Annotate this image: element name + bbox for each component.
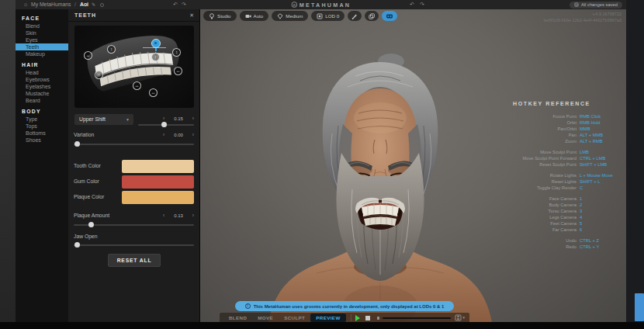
camera-auto-button[interactable]: Auto <box>240 11 269 21</box>
sidebar-item[interactable]: Type <box>16 116 68 123</box>
clay-render-button[interactable] <box>365 11 379 21</box>
hotkey-value: MMB <box>580 126 614 131</box>
hotkey-value: 4 <box>580 215 614 220</box>
play-button[interactable] <box>355 315 360 321</box>
plaque-amount-slider[interactable] <box>74 221 194 228</box>
color-swatch[interactable] <box>122 175 194 189</box>
sidebar-header-face: FACE <box>16 15 68 23</box>
reset-all-button[interactable]: RESET ALL <box>108 254 161 267</box>
hotkey-title: HOTKEY REFERENCE <box>490 101 614 106</box>
hotkey-label: Focus Point <box>490 114 580 119</box>
sidebar-item[interactable]: Blend <box>16 23 68 29</box>
sculpt-mode-dropdown[interactable]: Upper Shift ▼ <box>74 114 133 125</box>
stop-button[interactable] <box>365 316 369 320</box>
environment-button[interactable]: Studio <box>203 11 237 21</box>
plaque-amount-value: 0.13 <box>174 213 183 218</box>
hair-preview-toggle[interactable] <box>382 11 397 21</box>
slider-thumb[interactable] <box>88 222 94 227</box>
hotkey-value: CTRL + Y <box>580 244 614 249</box>
sidebar-item[interactable]: Eyebrows <box>16 76 68 83</box>
teeth-preview[interactable]: ↕ ↕ ↔ ↕ ↔ ↕ ↔ ↔ <box>74 26 194 108</box>
slider-track[interactable] <box>74 144 194 145</box>
close-icon[interactable]: ✕ <box>189 9 194 22</box>
color-row: Gum Color <box>68 175 200 189</box>
teeth-handle[interactable]: ↕ <box>107 45 116 54</box>
jaw-open-slider[interactable] <box>74 241 194 248</box>
sidebar-item[interactable]: Bottoms <box>16 130 68 137</box>
history-forward-icon[interactable]: ↷ <box>182 0 186 9</box>
history-back-icon[interactable]: ↶ <box>173 0 178 9</box>
mode-tab[interactable]: BLEND <box>223 313 252 322</box>
plaque-amount-stepper[interactable]: ‹ 0.13 › <box>163 212 194 219</box>
mode-tab[interactable]: PREVIEW <box>310 313 345 322</box>
hotkey-value: CTRL + LMB <box>580 156 614 161</box>
home-icon[interactable]: ⌂ <box>24 0 27 9</box>
active-sculpt-handle[interactable] <box>151 39 161 48</box>
increment-icon[interactable]: › <box>192 132 194 137</box>
layers-icon <box>369 13 375 19</box>
teeth-panel: TEETH ✕ <box>68 9 200 322</box>
timeline-handle[interactable] <box>377 317 379 320</box>
variation-stepper[interactable]: ‹ 0.00 › <box>163 131 194 138</box>
color-swatch[interactable] <box>122 160 194 173</box>
hotkey-row: Rotate Lights L + Mouse Move <box>490 172 614 178</box>
color-swatch[interactable] <box>122 191 194 204</box>
camera-icon <box>245 13 251 19</box>
hotkey-label: Body Camera <box>490 203 580 207</box>
mode-tab[interactable]: SCULPT <box>279 313 310 322</box>
teeth-handle[interactable]: ↔ <box>133 81 141 90</box>
animation-select-button[interactable]: ▼ <box>455 314 466 321</box>
redo-icon[interactable]: ↷ <box>420 0 424 9</box>
increment-icon[interactable]: › <box>192 213 194 218</box>
hotkey-row: Torso Camera 3 <box>490 208 614 214</box>
teeth-handle[interactable]: ↔ <box>149 88 158 97</box>
sidebar-item[interactable]: Beard <box>16 97 68 104</box>
hotkey-label: Rotate Lights <box>490 173 580 178</box>
teeth-handle[interactable]: ↔ <box>174 67 182 75</box>
hotkey-label: Torso Camera <box>490 209 580 213</box>
teeth-handle[interactable]: ↕ <box>95 71 103 79</box>
mode-tab[interactable]: MOVE <box>252 313 279 322</box>
hotkey-label: Redo <box>490 244 580 249</box>
undo-icon[interactable]: ↶ <box>410 0 414 9</box>
bottom-letterbox <box>0 322 644 329</box>
hotkey-row: Pan ALT + MMB <box>490 132 614 138</box>
decrement-icon[interactable]: ‹ <box>163 116 164 121</box>
hotkey-value: LMB <box>580 150 614 154</box>
edge-scroll-indicator <box>635 293 644 321</box>
sidebar-item[interactable]: Tops <box>16 123 68 130</box>
breadcrumb-root[interactable]: My MetaHumans <box>31 0 71 9</box>
hotkey-row: Legs Camera 4 <box>490 214 614 220</box>
teeth-handle[interactable]: ↔ <box>84 51 92 60</box>
sidebar-item[interactable]: Eyes <box>16 36 68 43</box>
decrement-icon[interactable]: ‹ <box>163 213 164 218</box>
lod-button[interactable]: LOD 0 <box>311 11 345 21</box>
hotkey-value: SHIFT + LMB <box>580 162 614 167</box>
rename-icon[interactable]: ✎ <box>92 0 95 9</box>
sidebar-item[interactable]: Eyelashes <box>16 83 68 90</box>
3d-viewport[interactable]: Studio Auto Medium LOD 0 <box>200 9 626 322</box>
session-id: bef90cf9-0b9e-12b2-4e4f-44027b9967a3 <box>544 17 621 23</box>
hotkey-label: Legs Camera <box>490 215 580 220</box>
sidebar-item[interactable]: Shoes <box>16 137 68 144</box>
slider-thumb[interactable] <box>161 122 167 127</box>
timeline-track[interactable] <box>383 317 451 319</box>
notification-text: This MetaHuman uses grooms currently in … <box>254 304 445 309</box>
slider-thumb[interactable] <box>74 242 80 248</box>
increment-icon[interactable]: › <box>192 116 194 121</box>
upper-shift-slider[interactable] <box>138 121 194 128</box>
sidebar-item[interactable]: Mustache <box>16 90 68 97</box>
slider-track[interactable] <box>74 244 194 246</box>
sidebar-item[interactable]: Skin <box>16 29 68 36</box>
slider-thumb[interactable] <box>74 141 80 147</box>
info-icon[interactable] <box>100 3 104 7</box>
sidebar-item[interactable]: Teeth <box>16 43 68 50</box>
sidebar-item[interactable]: Makeup <box>16 50 68 57</box>
decrement-icon[interactable]: ‹ <box>163 132 164 137</box>
teeth-handle[interactable]: ↕ <box>151 53 160 61</box>
quality-button[interactable]: Medium <box>272 11 308 21</box>
sidebar-item[interactable]: Head <box>16 69 68 76</box>
variation-slider[interactable] <box>74 140 194 147</box>
teeth-handle[interactable]: ↕ <box>172 48 181 57</box>
sculpt-tool-button[interactable] <box>348 11 362 21</box>
